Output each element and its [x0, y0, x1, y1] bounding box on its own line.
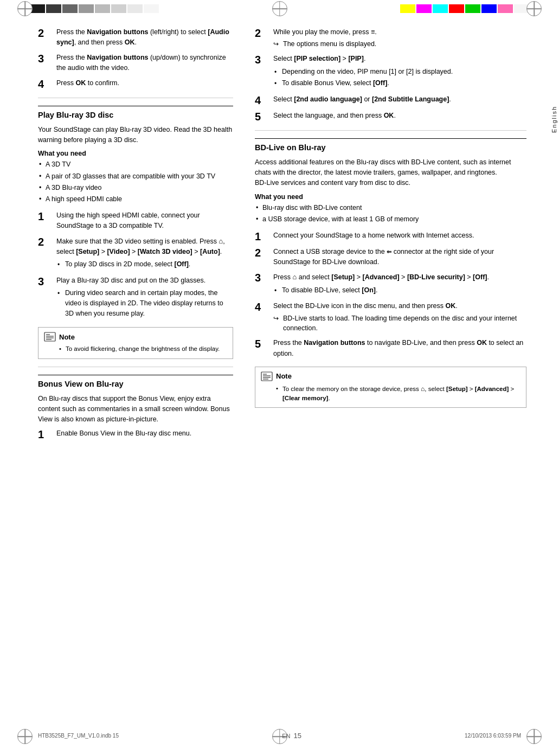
crosshair-top-left: [17, 1, 33, 16]
list-item: A high speed HDMI cable: [38, 194, 233, 204]
note-header: Note: [261, 371, 521, 381]
bonus-view-section: Bonus View on Blu-ray On Blu-ray discs t…: [38, 375, 233, 440]
bonus-view-right-steps: 2 While you play the movie, press ≡. ↪ T…: [255, 27, 526, 123]
divider-right-1: [255, 130, 526, 131]
color-block-green: [465, 4, 480, 13]
note-header: Note: [44, 332, 227, 342]
color-block-2: [46, 4, 61, 13]
step-2-audio: 2 Press the Navigation buttons (left/rig…: [38, 27, 233, 48]
step-4-confirm: 4 Press OK to confirm.: [38, 78, 233, 90]
what-you-need-list: A 3D TV A pair of 3D glasses that are co…: [38, 159, 233, 205]
sub-bullet-item: • To play 3D discs in 2D mode, select [O…: [57, 259, 233, 270]
bd-live-heading: BD-Live on Blu-ray: [255, 138, 526, 152]
step-4-audio-language: 4 Select [2nd audio language] or [2nd Su…: [255, 94, 526, 106]
sub-bullet-item: • To disable BD-Live, select [On].: [274, 285, 526, 296]
step-3-sync: 3 Press the Navigation buttons (up/down)…: [38, 53, 233, 74]
crosshair-top-right: [526, 1, 542, 16]
divider-1: [38, 98, 233, 98]
play-bluray-3d-intro: Your SoundStage can play Blu-ray 3D vide…: [38, 125, 233, 146]
step-1-connect-home: 1 Connect your SoundStage to a home netw…: [255, 230, 526, 242]
play-bluray-3d-heading: Play Blu-ray 3D disc: [38, 106, 233, 119]
list-item: A pair of 3D glasses that are compatible…: [38, 171, 233, 182]
bd-live-section: BD-Live on Blu-ray Access additional fea…: [255, 138, 526, 359]
footer-page-num: 15: [293, 732, 301, 740]
step-3-play-3d: 3 Play a Blu-ray 3D disc and put on the …: [38, 276, 233, 320]
footer-en-label: EN: [282, 733, 290, 739]
note-item: To avoid flickering, change the brightne…: [59, 344, 227, 354]
footer: HTB3525B_F7_UM_V1.0.indb 15 EN 15 12/10/…: [0, 732, 559, 740]
initial-steps: 2 Press the Navigation buttons (left/rig…: [38, 27, 233, 90]
footer-timestamp: 12/10/2013 6:03:59 PM: [465, 733, 521, 739]
footer-page-num-area: EN 15: [282, 732, 301, 740]
top-bar-right: [400, 4, 529, 13]
note-box-3d: Note To avoid flickering, change the bri…: [38, 327, 233, 358]
play-bluray-steps: 1 Using the high speed HDMI cable, conne…: [38, 210, 233, 320]
sub-bullets: • To play 3D discs in 2D mode, select [O…: [57, 259, 233, 270]
right-column: 2 While you play the movie, press ≡. ↪ T…: [249, 27, 526, 445]
list-item: a USB storage device, with at least 1 GB…: [255, 214, 526, 225]
note-item: To clear the memory on the storage devic…: [276, 384, 521, 403]
sub-bullets: • During video search and in certain pla…: [57, 288, 233, 318]
step-5-navigate: 5 Press the Navigation buttons to naviga…: [255, 338, 526, 359]
footer-file-info: HTB3525B_F7_UM_V1.0.indb 15: [38, 733, 119, 739]
step-1-enable-bonus: 1 Enable Bonus View in the Blu-ray disc …: [38, 428, 233, 440]
note-icon: [261, 371, 273, 381]
color-block-pink: [498, 4, 513, 13]
color-block-7: [127, 4, 143, 13]
step-2-movie-menu: 2 While you play the movie, press ≡. ↪ T…: [255, 27, 526, 49]
sub-bullets: • Depending on the video, PIP menu [1] o…: [274, 67, 526, 89]
color-block-3: [62, 4, 78, 13]
bonus-view-heading: Bonus View on Blu-ray: [38, 375, 233, 388]
bd-live-what-you-need-list: Blu-ray disc with BD-Live content a USB …: [255, 203, 526, 225]
step-4-bd-live-icon: 4 Select the BD-Live icon in the disc me…: [255, 301, 526, 334]
bd-live-intro: Access additional features on the Blu-ra…: [255, 157, 526, 189]
sub-bullet-item: • Depending on the video, PIP menu [1] o…: [274, 67, 526, 78]
note-body: To clear the memory on the storage devic…: [261, 384, 521, 403]
left-column: 2 Press the Navigation buttons (left/rig…: [38, 27, 249, 445]
step-2-usb: 2 Connect a USB storage device to the ⇐ …: [255, 247, 526, 268]
color-block-6: [111, 4, 126, 13]
arrow-bullet: ↪ The options menu is displayed.: [273, 39, 526, 49]
divider-2: [38, 367, 233, 367]
list-item: A 3D Blu-ray video: [38, 183, 233, 193]
arrow-bullet: ↪ BD-Live starts to load. The loading ti…: [273, 313, 526, 334]
note-icon: [44, 332, 56, 342]
step-2-3d-setting: 2 Make sure that the 3D video setting is…: [38, 236, 233, 271]
bonus-view-intro: On Blu-ray discs that support the Bonus …: [38, 394, 233, 425]
crosshair-top-center: [272, 1, 287, 16]
color-block-8: [144, 4, 159, 13]
list-item: A 3D TV: [38, 159, 233, 170]
step-3-pip: 3 Select [PIP selection] > [PIP]. • Depe…: [255, 54, 526, 90]
list-item: Blu-ray disc with BD-Live content: [255, 203, 526, 213]
sub-bullet-item: • During video search and in certain pla…: [57, 288, 233, 318]
color-block-blue: [481, 4, 497, 13]
sub-bullet-item: • To disable Bonus View, select [Off].: [274, 78, 526, 89]
note-box-bdlive: Note To clear the memory on the storage …: [255, 367, 526, 408]
color-block-red: [449, 4, 464, 13]
note-label: Note: [59, 333, 75, 341]
play-bluray-3d-section: Play Blu-ray 3D disc Your SoundStage can…: [38, 106, 233, 320]
color-block-5: [95, 4, 110, 13]
main-content: 2 Press the Navigation buttons (left/rig…: [0, 0, 559, 466]
sub-bullets: • To disable BD-Live, select [On].: [274, 285, 526, 296]
step-5-select-language: 5 Select the language, and then press OK…: [255, 111, 526, 123]
note-label: Note: [276, 372, 292, 380]
what-you-need-label: What you need: [38, 150, 233, 157]
step-3-setup: 3 Press ⌂ and select [Setup] > [Advanced…: [255, 272, 526, 297]
bd-live-steps: 1 Connect your SoundStage to a home netw…: [255, 230, 526, 359]
top-bar-left: [30, 4, 159, 13]
side-label: English: [549, 98, 559, 141]
color-block-magenta: [416, 4, 432, 13]
color-block-4: [79, 4, 94, 13]
bd-live-what-you-need-label: What you need: [255, 193, 526, 201]
page: English 2 Press the Navigation buttons (…: [0, 0, 559, 756]
color-block-yellow: [400, 4, 415, 13]
step-1-connect: 1 Using the high speed HDMI cable, conne…: [38, 210, 233, 232]
color-block-cyan: [433, 4, 448, 13]
note-body: To avoid flickering, change the brightne…: [44, 344, 227, 354]
